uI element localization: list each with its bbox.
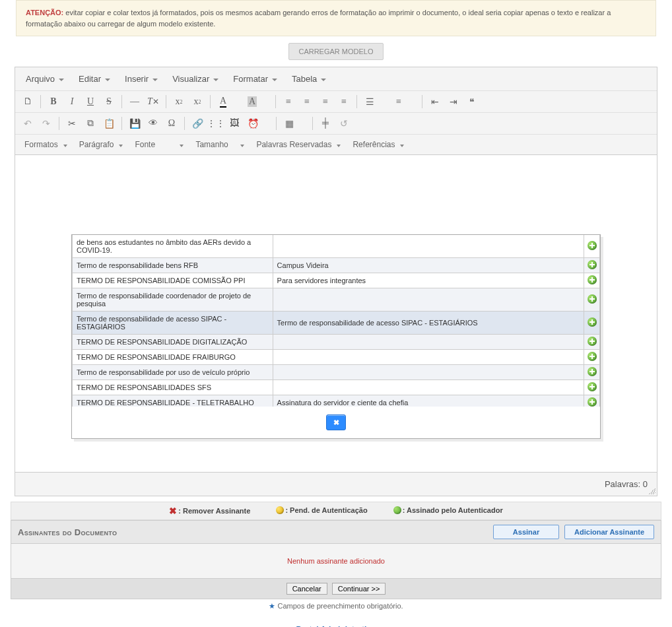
copy-icon[interactable]: ⧉ [82,116,99,131]
outdent-icon[interactable]: ⇤ [426,94,444,110]
modal-body: de bens aos estudantes no âmbito das AER… [72,235,600,407]
indent-icon[interactable]: ⇥ [445,94,462,110]
bg-color-dropdown[interactable] [262,94,271,110]
add-icon[interactable] [588,317,597,327]
star-icon: ★ [269,602,275,610]
align-left-icon[interactable]: ≡ [280,94,297,110]
table-row[interactable]: TERMO DE RESPONSABILIDADE COMISSÃO PPIPa… [73,273,600,288]
add-icon[interactable] [588,397,597,407]
clock-icon[interactable]: ⏰ [244,116,261,131]
table-cell-action [584,258,600,273]
legend-label: : Pend. de Autenticação [285,506,367,514]
referencias-dropdown[interactable]: Referências [347,137,409,152]
assinar-button[interactable]: Assinar [493,525,559,539]
tamanho-dropdown[interactable]: Tamanho [190,137,250,152]
undo-icon[interactable]: ↶ [19,116,36,131]
bullet-list-icon[interactable]: ☰ [361,94,378,110]
unlink-icon[interactable]: ⋮⋮ [207,116,224,131]
add-icon[interactable] [588,352,597,361]
table-cell-name: Termo de responsabilidade de acesso SIPA… [73,312,273,335]
add-icon[interactable] [588,367,597,376]
omega-icon[interactable]: Ω [163,116,180,131]
align-right-icon[interactable]: ≡ [317,94,334,110]
hr-icon[interactable]: ― [126,94,143,110]
table-cell-name: TERMO DE RESPONSABILIDADE COMISSÃO PPI [73,273,273,288]
blockquote-icon[interactable]: ❝ [463,94,481,110]
add-icon[interactable] [588,275,597,284]
table-cell-name: TERMO DE RESPONSABILIDADE DIGITALIZAÇÃO [73,335,273,350]
number-dropdown[interactable] [409,94,418,110]
menu-inserir[interactable]: Inserir [118,70,164,88]
table-row[interactable]: TERMO DE RESPONSABILIDADE DIGITALIZAÇÃO [73,335,600,350]
palavras-reservadas-dropdown[interactable]: Palavras Reservadas [251,137,346,152]
text-color-dropdown[interactable] [233,94,242,110]
table-row[interactable]: Termo de responsabilidade de acesso SIPA… [73,312,600,335]
redo-icon[interactable]: ↷ [38,116,55,131]
bullet-dropdown[interactable] [380,94,389,110]
bold-icon[interactable]: B [45,94,62,110]
bg-color-icon[interactable]: A [244,94,261,110]
required-note: ★ Campos de preenchimento obrigatório. [11,602,661,610]
table-icon[interactable]: ▦ [281,116,298,131]
table-row[interactable]: TERMO DE RESPONSABILIDADES SFS [73,380,600,395]
underline-icon[interactable]: U [82,94,99,110]
text-color-icon[interactable]: A [215,94,232,110]
align-center-icon[interactable]: ≡ [298,94,316,110]
legend-pendente: : Pend. de Autenticação [276,506,367,514]
adicionar-assinante-button[interactable]: Adicionar Assinante [564,525,654,539]
dropdown-label: Fonte [135,140,155,149]
menu-visualizar[interactable]: Visualizar [166,70,225,88]
table-cell-desc [273,365,584,380]
table-cell-desc [273,235,584,258]
legend-bar: ✖: Remover Assinante : Pend. de Autentic… [11,502,661,520]
continuar-button[interactable]: Continuar >> [332,583,386,595]
table-cell-action [584,365,600,380]
table-dropdown[interactable] [299,116,308,131]
carregar-modelo-button[interactable]: CARREGAR MODELO [288,43,383,60]
number-list-icon[interactable]: ≡ [390,94,407,110]
table-cell-action [584,335,600,350]
save-icon[interactable]: 💾 [126,116,143,131]
superscript-icon[interactable]: x2 [189,94,206,110]
menu-tabela[interactable]: Tabela [285,70,333,88]
table-row[interactable]: de bens aos estudantes no âmbito das AER… [73,235,600,258]
paste-icon[interactable]: 📋 [100,116,118,131]
table-cell-desc: Termo de responsabilidade de acesso SIPA… [273,312,584,335]
resize-grip-icon[interactable] [649,488,655,494]
subscript-icon[interactable]: x2 [170,94,187,110]
table-row[interactable]: Termo de responsabilidade bens RFBCampus… [73,258,600,273]
image-icon[interactable]: 🖼 [226,116,243,131]
italic-icon[interactable]: I [63,94,81,110]
menu-arquivo[interactable]: Arquivo [19,70,71,88]
menu-editar[interactable]: Editar [72,70,117,88]
add-icon[interactable] [588,241,597,250]
new-doc-icon[interactable]: 🗋 [19,94,36,110]
clear-format-icon[interactable]: T✕ [145,94,162,110]
editor-canvas[interactable]: de bens aos estudantes no âmbito das AER… [15,155,657,472]
fonte-dropdown[interactable]: Fonte [129,137,189,152]
cancelar-button[interactable]: Cancelar [286,583,327,595]
table-row[interactable]: Termo de responsabilidade coordenador de… [73,288,600,312]
strike-icon[interactable]: S [100,94,118,110]
add-icon[interactable] [588,260,597,269]
page-break-icon[interactable]: ╪ [317,116,334,131]
table-cell-desc: Assinatura do servidor e ciente da chefi… [273,395,584,407]
clock-dropdown[interactable] [263,116,272,131]
paragrafo-dropdown[interactable]: Parágrafo [74,137,129,152]
assinantes-body: Nenhum assinante adicionado [11,544,661,579]
link-icon[interactable]: 🔗 [189,116,206,131]
formatos-dropdown[interactable]: Formatos [19,137,73,152]
add-icon[interactable] [588,294,597,304]
table-row[interactable]: TERMO DE RESPONSABILIDADE FRAIBURGO [73,350,600,365]
align-justify-icon[interactable]: ≡ [335,94,353,110]
portal-administrativo-link[interactable]: Portal Administrativo [0,610,672,627]
add-icon[interactable] [588,337,597,346]
add-icon[interactable] [588,382,597,391]
close-modal-button[interactable]: ✖ [326,414,346,430]
table-row[interactable]: TERMO DE RESPONSABILIDADE - TELETRABALHO… [73,395,600,407]
restore-icon[interactable]: ↺ [335,116,353,131]
preview-icon[interactable]: 👁 [145,116,162,131]
cut-icon[interactable]: ✂ [63,116,81,131]
menu-formatar[interactable]: Formatar [226,70,284,88]
table-row[interactable]: Termo de responsabilidade por uso de veí… [73,365,600,380]
